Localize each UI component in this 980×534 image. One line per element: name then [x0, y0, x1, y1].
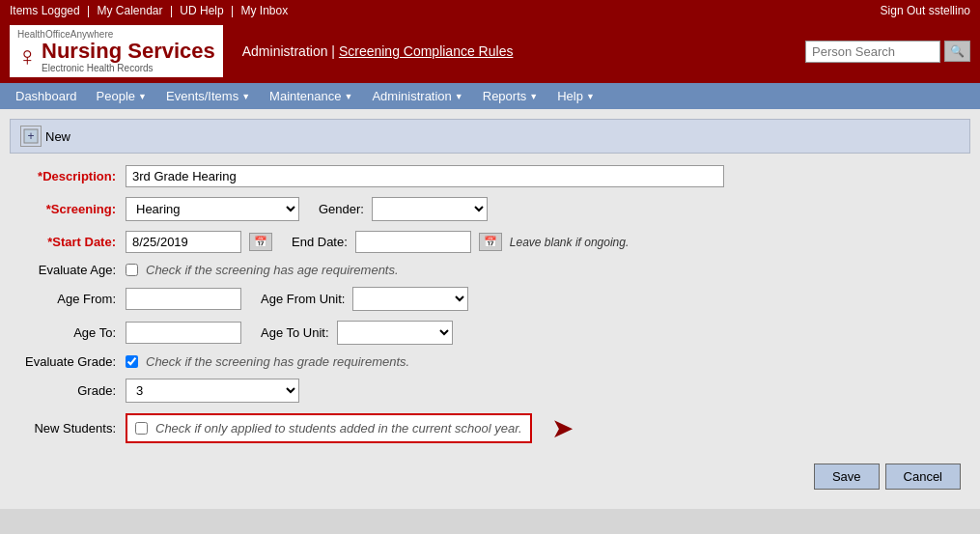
calendar-icon: 📅: [254, 236, 267, 247]
description-label: *Description:: [19, 169, 126, 183]
svg-text:+: +: [27, 129, 34, 143]
age-to-unit-field: Age To Unit: Years Months: [261, 321, 453, 345]
new-students-checkbox-label: Check if only applied to students added …: [155, 421, 522, 436]
age-to-input[interactable]: [126, 322, 241, 344]
cancel-button[interactable]: Cancel: [885, 464, 961, 490]
end-date-label: End Date:: [292, 235, 348, 249]
evaluate-grade-checkbox[interactable]: [126, 355, 138, 368]
new-students-group: Check if only applied to students added …: [126, 412, 574, 444]
age-from-unit-field: Age From Unit: Years Months: [261, 287, 468, 311]
logo-subtitle: Electronic Health Records: [42, 63, 215, 73]
arrow-right-icon: ➤: [551, 412, 574, 444]
evaluate-age-label: Evaluate Age:: [19, 263, 126, 277]
evaluate-grade-checkbox-row: Check if the screening has grade require…: [126, 354, 409, 369]
chevron-down-icon: ▼: [138, 92, 147, 101]
logo-icon: ♀: [17, 42, 38, 72]
grade-row: Grade: 1 2 3 4 5 6 7 8 9 10 11 12: [19, 379, 961, 403]
gender-field: Gender: Male Female: [319, 197, 488, 221]
age-from-label: Age From:: [19, 292, 126, 306]
age-to-unit-label: Age To Unit:: [261, 325, 329, 340]
save-button[interactable]: Save: [814, 464, 880, 490]
date-group: 📅 End Date: 📅 Leave blank if ongoing.: [126, 231, 961, 253]
new-students-checkbox[interactable]: [135, 422, 148, 435]
nav-administration[interactable]: Administration ▼: [362, 83, 472, 109]
grade-label: Grade:: [19, 383, 126, 398]
gender-select[interactable]: Male Female: [372, 197, 488, 221]
search-icon: 🔍: [950, 44, 965, 58]
age-to-label: Age To:: [19, 325, 126, 340]
evaluate-age-row: Evaluate Age: Check if the screening has…: [19, 263, 961, 277]
nav-bar: Dashboard People ▼ Events/Items ▼ Mainte…: [0, 83, 980, 109]
age-to-group: Age To Unit: Years Months: [126, 321, 961, 345]
calendar-icon: 📅: [484, 236, 497, 247]
my-inbox-link[interactable]: My Inbox: [241, 4, 289, 17]
form-section: *Description: *Screening: Hearing Vision…: [10, 165, 970, 444]
evaluate-grade-checkbox-label: Check if the screening has grade require…: [146, 354, 409, 369]
chevron-down-icon: ▼: [455, 92, 463, 101]
end-date-field: End Date: 📅 Leave blank if ongoing.: [292, 231, 629, 253]
toolbar: + New: [10, 119, 970, 154]
logo-area: HealthOfficeAnywhere ♀ Nursing Services …: [10, 25, 223, 77]
nav-events-items[interactable]: Events/Items ▼: [156, 83, 260, 109]
end-date-input[interactable]: [355, 231, 471, 253]
ud-help-link[interactable]: UD Help: [180, 4, 223, 17]
evaluate-grade-label: Evaluate Grade:: [19, 354, 126, 369]
description-input[interactable]: [126, 165, 724, 187]
chevron-down-icon: ▼: [586, 92, 595, 101]
start-date-label: *Start Date:: [19, 235, 126, 249]
chevron-down-icon: ▼: [241, 92, 250, 101]
age-to-row: Age To: Age To Unit: Years Months: [19, 321, 961, 345]
bottom-bar: Save Cancel: [10, 454, 970, 499]
gender-label: Gender:: [319, 202, 364, 216]
age-from-input[interactable]: [126, 288, 241, 310]
age-from-unit-select[interactable]: Years Months: [352, 287, 468, 311]
new-students-label: New Students:: [19, 421, 126, 436]
start-date-calendar-button[interactable]: 📅: [249, 233, 272, 251]
start-date-field: 📅: [126, 231, 272, 253]
top-bar: Items Logged | My Calendar | UD Help | M…: [0, 0, 980, 21]
age-from-row: Age From: Age From Unit: Years Months: [19, 287, 961, 311]
description-row: *Description:: [19, 165, 961, 187]
evaluate-age-checkbox-label: Check if the screening has age requireme…: [146, 263, 399, 277]
person-search-button[interactable]: 🔍: [944, 41, 970, 62]
leave-blank-text: Leave blank if ongoing.: [510, 236, 629, 249]
age-from-unit-label: Age From Unit:: [261, 292, 345, 306]
nav-help[interactable]: Help ▼: [547, 83, 604, 109]
evaluate-age-checkbox-row: Check if the screening has age requireme…: [126, 263, 399, 277]
items-logged-link[interactable]: Items Logged: [10, 4, 80, 17]
breadcrumb-link[interactable]: Screening Compliance Rules: [339, 43, 514, 59]
nav-people[interactable]: People ▼: [87, 83, 156, 109]
new-students-row: New Students: Check if only applied to s…: [19, 412, 961, 444]
logo-title: Nursing Services: [42, 40, 215, 63]
new-label: New: [45, 129, 70, 144]
screening-select[interactable]: Hearing Vision Scoliosis: [126, 197, 299, 221]
grade-select[interactable]: 1 2 3 4 5 6 7 8 9 10 11 12: [126, 379, 299, 403]
evaluate-age-checkbox[interactable]: [126, 264, 138, 276]
breadcrumb-admin: Administration: [242, 43, 328, 59]
content-wrapper: + New *Description: *Screening: Hearing …: [0, 109, 980, 509]
date-row: *Start Date: 📅 End Date: 📅 Leave blank i…: [19, 231, 961, 253]
age-to-unit-select[interactable]: Years Months: [337, 321, 453, 345]
my-calendar-link[interactable]: My Calendar: [98, 4, 163, 17]
chevron-down-icon: ▼: [345, 92, 353, 101]
breadcrumb: Administration | Screening Compliance Ru…: [242, 43, 805, 59]
chevron-down-icon: ▼: [529, 92, 538, 101]
breadcrumb-area: Administration | Screening Compliance Ru…: [223, 43, 805, 59]
nav-reports[interactable]: Reports ▼: [473, 83, 547, 109]
top-bar-links: Items Logged | My Calendar | UD Help | M…: [10, 4, 288, 17]
new-icon: +: [20, 126, 42, 147]
new-students-highlight-box: Check if only applied to students added …: [126, 413, 532, 443]
screening-label: *Screening:: [19, 202, 126, 216]
age-from-group: Age From Unit: Years Months: [126, 287, 961, 311]
new-button[interactable]: + New: [20, 126, 70, 147]
search-area: 🔍: [805, 41, 970, 63]
end-date-calendar-button[interactable]: 📅: [479, 233, 502, 251]
start-date-input[interactable]: [126, 231, 241, 253]
person-search-input[interactable]: [805, 41, 940, 63]
sign-out-text[interactable]: Sign Out sstellino: [881, 4, 970, 17]
nav-dashboard[interactable]: Dashboard: [6, 83, 87, 109]
add-icon: +: [23, 128, 39, 144]
header-main: HealthOfficeAnywhere ♀ Nursing Services …: [0, 21, 980, 83]
screening-gender-group: Hearing Vision Scoliosis Gender: Male Fe…: [126, 197, 961, 221]
nav-maintenance[interactable]: Maintenance ▼: [260, 83, 362, 109]
